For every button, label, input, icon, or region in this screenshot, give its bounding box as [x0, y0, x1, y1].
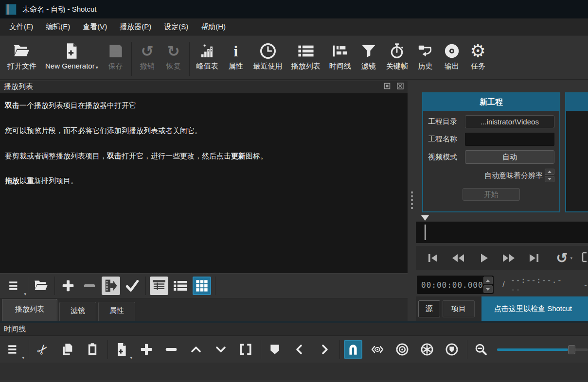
menu-bar: 文件(F) 编辑(E) 查看(V) 播放器(P) 设定(S) 帮助(H)	[0, 18, 588, 35]
magnet-icon	[347, 343, 359, 356]
next-marker-button[interactable]	[315, 340, 334, 359]
snap-toggle-button[interactable]	[344, 340, 362, 359]
view-icons-button[interactable]	[191, 276, 213, 295]
view-details-button[interactable]	[148, 276, 170, 295]
ripple-button[interactable]	[392, 340, 412, 359]
playlist-toggle-button[interactable]: 播放列表	[287, 41, 325, 71]
tab-source[interactable]: 源	[418, 300, 440, 317]
tab-properties[interactable]: 属性	[98, 302, 135, 321]
zoom-out-button[interactable]	[471, 340, 491, 359]
undo-icon: ↺	[141, 44, 154, 59]
export-button[interactable]: 输出	[439, 41, 465, 71]
seek-cursor	[425, 225, 426, 240]
ripple-all-tracks-button[interactable]	[417, 340, 437, 359]
zoom-slider-handle[interactable]	[568, 345, 575, 354]
cut-button[interactable]: ✂	[33, 340, 53, 359]
history-toggle-button[interactable]: 历史	[412, 41, 439, 71]
keyframes-toggle-button[interactable]: 关键帧	[382, 41, 412, 71]
move-track-up-button[interactable]	[186, 340, 206, 359]
timeline-toggle-button[interactable]: 时间线	[325, 41, 356, 71]
save-button[interactable]: 保存	[103, 41, 129, 71]
ripple-markers-button[interactable]	[442, 340, 462, 359]
playlist-remove-button[interactable]	[79, 276, 100, 295]
playlist-update-confirm-button[interactable]	[122, 276, 143, 295]
filters-toggle-button[interactable]: 滤镜	[356, 41, 382, 71]
skip-to-end-button[interactable]	[524, 248, 544, 268]
video-mode-button[interactable]: 自动	[465, 150, 554, 164]
playlist-panel-header: 播放列表	[0, 81, 408, 93]
menu-edit[interactable]: 编辑(E)	[39, 19, 76, 35]
copy-button[interactable]	[58, 340, 77, 359]
spin-down-icon[interactable]	[483, 285, 493, 293]
playlist-open-button[interactable]	[31, 276, 52, 295]
resolution-spinner[interactable]	[545, 169, 554, 182]
position-value[interactable]: 00:00:00.000	[417, 280, 483, 290]
spin-down-icon[interactable]	[545, 176, 554, 182]
peak-meter-button[interactable]: 峰值表	[192, 41, 223, 71]
menu-file[interactable]: 文件(F)	[3, 19, 39, 35]
main-toolbar: 打开文件 New Generator▾ 保存 ↺ 撤销 ↻ 恢复	[0, 36, 588, 80]
project-folder-button[interactable]: ...inistrator\Videos	[465, 115, 554, 128]
append-button[interactable]: ▾	[112, 340, 131, 359]
spin-up-icon[interactable]	[483, 277, 493, 284]
timeline-toolbar: ▾ ✂ ▾	[0, 336, 588, 363]
spin-up-icon[interactable]	[545, 169, 554, 175]
menu-player[interactable]: 播放器(P)	[113, 19, 158, 35]
fast-forward-button[interactable]	[499, 248, 518, 268]
float-panel-button[interactable]	[384, 83, 391, 91]
playhead-icon[interactable]	[421, 215, 429, 221]
timecode-separator: /	[502, 280, 505, 290]
toolbar-separator	[215, 277, 215, 295]
previous-marker-button[interactable]	[290, 340, 309, 359]
marker-button[interactable]	[265, 340, 285, 359]
toolbar-separator	[29, 340, 29, 359]
player-column: 新工程 工程目录 ...inistrator\Videos 工程名称 视频模式 …	[416, 81, 588, 321]
start-button[interactable]: 开始	[463, 188, 520, 201]
dock-splitter[interactable]	[408, 81, 416, 321]
seek-bar[interactable]	[416, 222, 588, 243]
tab-filters[interactable]: 滤镜	[59, 302, 96, 321]
in-point-button-partial[interactable]	[581, 251, 588, 265]
play-button[interactable]	[473, 248, 493, 268]
menu-settings[interactable]: 设定(S)	[158, 19, 195, 35]
playlist-hint-1: 双击一个播放列表项目在播放器中打开它	[5, 100, 403, 111]
timeline-menu-button[interactable]: ▾	[4, 340, 23, 359]
playlist-panel-title: 播放列表	[4, 82, 33, 91]
tab-playlist[interactable]: 播放列表	[2, 299, 57, 321]
update-notification-button[interactable]: 点击这里以检查 Shotcut	[481, 296, 588, 321]
zoom-slider-fill	[497, 348, 568, 351]
view-tiles-button[interactable]	[170, 276, 191, 295]
chevron-left-icon	[294, 343, 305, 356]
split-button[interactable]	[236, 340, 255, 359]
paste-button[interactable]	[83, 340, 102, 359]
scrub-while-dragging-button[interactable]	[368, 340, 387, 359]
timeline-remove-button[interactable]	[161, 340, 181, 359]
redo-button[interactable]: ↻ 恢复	[160, 41, 187, 71]
recent-button[interactable]: 最近使用	[249, 41, 287, 71]
menu-help[interactable]: 帮助(H)	[195, 19, 232, 35]
move-track-down-button[interactable]	[211, 340, 231, 359]
playlist-add-button[interactable]	[57, 276, 79, 295]
new-generator-button[interactable]: New Generator▾	[41, 41, 103, 70]
close-panel-button[interactable]	[397, 83, 404, 91]
tab-project[interactable]: 项目	[443, 300, 475, 317]
video-mode-label: 视频模式	[428, 153, 461, 162]
timeline-tracks-area[interactable]	[0, 363, 588, 380]
playlist-update-button[interactable]	[100, 276, 122, 295]
properties-button[interactable]: i 属性	[223, 41, 249, 71]
skip-to-start-button[interactable]	[423, 248, 443, 268]
position-spinner[interactable]	[483, 277, 493, 293]
playlist-menu-button[interactable]: ▾	[4, 276, 25, 295]
open-file-button[interactable]: 打开文件	[3, 41, 41, 71]
project-name-input[interactable]	[465, 133, 554, 146]
loop-button[interactable]: ↺ ▾	[556, 251, 572, 265]
timeline-add-button[interactable]	[137, 340, 156, 359]
skip-start-icon	[427, 253, 439, 263]
zoom-slider-track[interactable]	[497, 348, 588, 351]
timeline-zoom-slider[interactable]	[497, 348, 588, 351]
menu-view[interactable]: 查看(V)	[76, 19, 113, 35]
undo-button[interactable]: ↺ 撤销	[134, 41, 160, 71]
rewind-button[interactable]	[448, 248, 468, 268]
position-spinbox[interactable]: 00:00:00.000	[417, 276, 494, 294]
jobs-button[interactable]: ⚙ 任务	[465, 41, 491, 71]
